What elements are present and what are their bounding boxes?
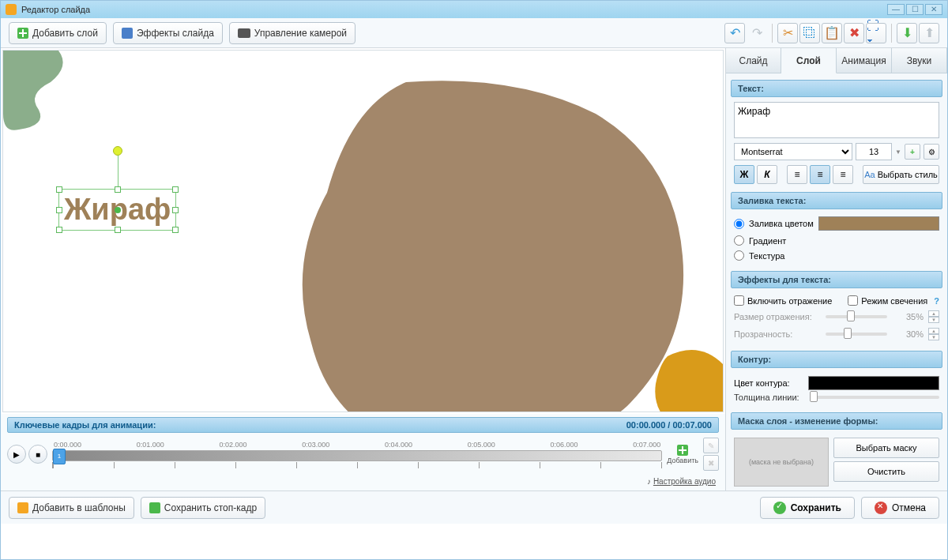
paste-button[interactable]: 📋 <box>822 23 842 43</box>
line-width-label: Толщина линии: <box>734 393 805 402</box>
text-layer-selected[interactable]: Жираф <box>58 189 176 231</box>
add-keyframe-button[interactable]: Добавить <box>667 445 698 464</box>
slide-effects-button[interactable]: Эффекты слайда <box>113 22 223 44</box>
tick: 0:03.000 <box>302 441 329 449</box>
tick: 0:06.000 <box>550 441 577 449</box>
window-controls: — ☐ ✕ <box>887 4 942 15</box>
font-select[interactable]: Montserrat <box>734 143 852 160</box>
spin-down[interactable]: ▼ <box>928 334 939 340</box>
add-layer-button[interactable]: Добавить слой <box>9 22 107 44</box>
save-label: Сохранить <box>791 502 841 513</box>
italic-button[interactable]: К <box>757 165 777 184</box>
center-handle[interactable] <box>115 207 121 213</box>
close-button[interactable]: ✕ <box>925 4 942 15</box>
choose-mask-button[interactable]: Выбрать маску <box>833 438 939 458</box>
align-left-button[interactable]: ≡ <box>787 165 807 184</box>
font-size-input[interactable] <box>856 143 892 160</box>
save-frame-button[interactable]: Сохранить стоп-кадр <box>141 497 265 519</box>
reflection-size-slider[interactable] <box>826 315 887 318</box>
resize-handle-tr[interactable] <box>172 186 179 193</box>
clear-mask-button[interactable]: Очистить <box>833 461 939 482</box>
gradient-radio[interactable] <box>734 235 744 246</box>
spin-up[interactable]: ▲ <box>928 328 939 334</box>
align-center-button[interactable]: ≡ <box>810 165 830 184</box>
reflection-size-value: 35% <box>892 312 924 321</box>
resize-handle-bl[interactable] <box>56 227 62 233</box>
copy-button[interactable]: ⿻ <box>799 23 820 43</box>
texture-radio[interactable] <box>734 250 744 261</box>
reflection-checkbox[interactable] <box>734 295 744 306</box>
texture-label: Текстура <box>749 251 784 261</box>
tab-layer[interactable]: Слой <box>781 48 837 73</box>
redo-button[interactable]: ↷ <box>747 23 767 43</box>
green-blob-shape <box>3 51 98 145</box>
add-to-templates-button[interactable]: Добавить в шаблоны <box>9 497 134 519</box>
add-keyframe-label: Добавить <box>667 457 698 464</box>
bold-button[interactable]: Ж <box>734 165 754 184</box>
stop-button[interactable]: ■ <box>28 445 47 464</box>
plus-icon <box>17 28 28 39</box>
camera-control-button[interactable]: Управление камерой <box>229 22 356 44</box>
reflection-label: Включить отражение <box>747 296 832 306</box>
separator <box>772 24 773 43</box>
audio-link-text[interactable]: Настройка аудио <box>653 477 716 486</box>
move-up-button[interactable]: ⬆ <box>919 23 939 43</box>
resize-handle-tl[interactable] <box>56 186 62 193</box>
cut-button[interactable]: ✂ <box>777 23 798 43</box>
camera-icon <box>238 28 250 38</box>
timeline-title: Ключевые кадры для анимации: <box>14 420 156 430</box>
resize-handle-ml[interactable] <box>56 207 62 213</box>
canvas[interactable]: Жираф <box>2 50 724 412</box>
tick: 0:05.000 <box>468 441 495 449</box>
fit-button[interactable]: ⛶ ▾ <box>866 23 886 43</box>
fill-section-header: Заливка текста: <box>731 192 942 209</box>
tab-sounds[interactable]: Звуки <box>892 48 947 73</box>
timeline-track[interactable]: 1 <box>52 450 662 461</box>
fill-color-swatch[interactable] <box>818 216 939 231</box>
line-width-slider[interactable] <box>810 396 939 399</box>
playback-buttons: ▶ ■ <box>7 445 47 464</box>
audio-settings-link[interactable]: ♪ Настройка аудио <box>7 475 719 487</box>
spin-up[interactable]: ▲ <box>928 310 939 317</box>
save-button[interactable]: Сохранить <box>760 497 855 519</box>
main-toolbar: Добавить слой Эффекты слайда Управление … <box>1 18 947 48</box>
tab-slide[interactable]: Слайд <box>726 48 781 73</box>
maximize-button[interactable]: ☐ <box>906 4 924 15</box>
align-right-button[interactable]: ≡ <box>833 165 853 184</box>
tick: 0:02.000 <box>219 441 246 449</box>
resize-handle-tm[interactable] <box>115 186 121 193</box>
playhead[interactable]: 1 <box>53 449 66 464</box>
window-title: Редактор слайда <box>21 5 90 14</box>
delete-button[interactable]: ✖ <box>844 23 864 43</box>
timeline-header: Ключевые кадры для анимации: 00:00.000 /… <box>7 417 719 433</box>
glow-checkbox[interactable] <box>848 295 858 306</box>
resize-handle-br[interactable] <box>172 227 179 233</box>
right-panel: Слайд Слой Анимация Звуки Текст: Жираф M… <box>726 48 947 490</box>
timeline-track-wrap: 0:00.000 0:01.000 0:02.000 0:03.000 0:04… <box>52 441 662 468</box>
text-input[interactable]: Жираф <box>734 102 939 138</box>
cancel-button[interactable]: Отмена <box>861 497 939 519</box>
minimize-button[interactable]: — <box>887 4 905 15</box>
tick: 0:07.000 <box>633 441 660 449</box>
transparency-slider[interactable] <box>826 333 887 336</box>
font-settings-button[interactable]: ⚙ <box>924 144 939 160</box>
brown-blob-shape <box>264 74 706 412</box>
edit-keyframe-button[interactable]: ✎ <box>703 438 719 453</box>
tab-animation[interactable]: Анимация <box>837 48 892 73</box>
font-add-button[interactable]: + <box>905 144 920 160</box>
delete-keyframe-button[interactable]: ✖ <box>703 455 719 471</box>
choose-style-button[interactable]: AaВыбрать стиль <box>863 165 939 184</box>
text-section-header: Текст: <box>731 80 942 97</box>
rotate-handle[interactable] <box>113 146 122 156</box>
resize-handle-mr[interactable] <box>172 207 179 213</box>
play-button[interactable]: ▶ <box>7 445 26 464</box>
resize-handle-bm[interactable] <box>115 227 121 233</box>
separator <box>891 24 892 43</box>
help-icon[interactable]: ? <box>934 296 939 306</box>
move-down-button[interactable]: ⬇ <box>897 23 917 43</box>
contour-color-swatch[interactable] <box>808 376 939 390</box>
spin-down[interactable]: ▼ <box>928 317 939 323</box>
undo-button[interactable]: ↶ <box>724 23 745 43</box>
fill-color-radio[interactable] <box>734 219 744 229</box>
mask-section-header: Маска слоя - изменение формы: <box>731 412 942 430</box>
